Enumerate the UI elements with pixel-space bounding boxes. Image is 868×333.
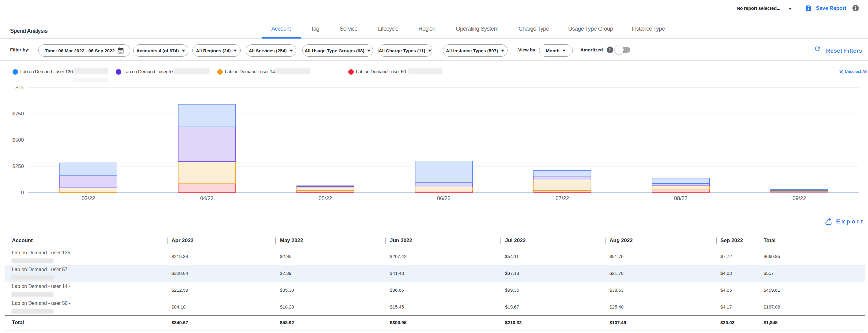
svg-text:$750: $750 [12,111,24,116]
svg-text:0: 0 [21,190,24,196]
svg-text:05/22: 05/22 [318,195,332,201]
svg-text:08/22: 08/22 [674,195,688,201]
svg-text:$250: $250 [12,163,24,169]
svg-text:04/22: 04/22 [200,195,214,201]
svg-text:06/22: 06/22 [437,195,451,201]
svg-text:$500: $500 [12,137,24,143]
svg-text:$1k: $1k [16,85,24,91]
svg-text:09/22: 09/22 [793,195,806,201]
svg-text:07/22: 07/22 [556,195,569,201]
svg-text:03/22: 03/22 [82,195,95,201]
